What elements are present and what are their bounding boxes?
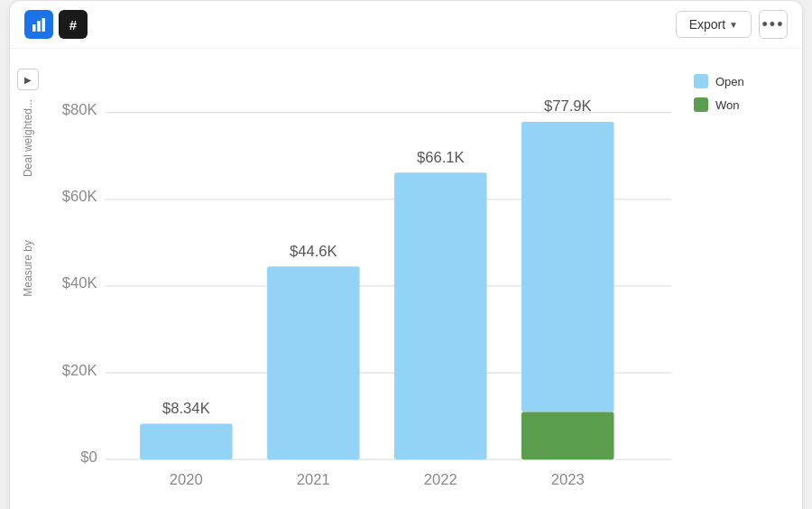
won-swatch <box>694 97 708 112</box>
svg-rect-0 <box>32 24 36 32</box>
won-label: Won <box>715 98 740 112</box>
hash-button[interactable]: # <box>59 10 88 39</box>
body: ▶ Deal weighted... Measure by $0 $20K $4… <box>10 49 802 509</box>
hash-icon: # <box>69 17 77 32</box>
svg-text:$8.34K: $8.34K <box>162 400 210 417</box>
svg-rect-1 <box>37 21 41 32</box>
measure-by-label[interactable]: Measure by <box>22 240 34 297</box>
svg-text:$0: $0 <box>80 449 97 466</box>
deal-weighted-label: Deal weighted... <box>22 99 34 177</box>
svg-text:$80K: $80K <box>62 101 97 118</box>
bar-2023-open[interactable] <box>521 122 614 412</box>
chart-and-legend: $0 $20K $40K $60K $80K <box>46 60 793 509</box>
bar-2022-open[interactable] <box>394 172 487 459</box>
header: # Export ▼ ••• <box>10 1 802 49</box>
export-button[interactable]: Export ▼ <box>676 11 752 38</box>
svg-text:2021: 2021 <box>297 471 330 488</box>
bar-2020-open[interactable] <box>140 423 233 459</box>
svg-text:2020: 2020 <box>170 471 203 488</box>
more-options-button[interactable]: ••• <box>759 10 788 39</box>
svg-text:$20K: $20K <box>62 362 97 379</box>
legend-open: Open <box>694 74 779 88</box>
bar-chart-svg: $0 $20K $40K $60K $80K <box>53 67 678 509</box>
svg-text:2023: 2023 <box>551 471 585 488</box>
collapse-button[interactable]: ▶ <box>17 69 39 90</box>
svg-text:$60K: $60K <box>62 188 97 205</box>
side-labels: ▶ Deal weighted... Measure by <box>10 60 46 509</box>
export-label: Export <box>689 17 725 32</box>
svg-text:$44.6K: $44.6K <box>290 243 337 260</box>
main-card: # Export ▼ ••• ▶ Deal weighted... Measur… <box>9 0 803 509</box>
header-actions: Export ▼ ••• <box>676 10 788 39</box>
chart-container: $0 $20K $40K $60K $80K <box>46 60 685 509</box>
open-label: Open <box>715 75 744 88</box>
svg-text:$66.1K: $66.1K <box>417 149 465 166</box>
chart-area: $0 $20K $40K $60K $80K <box>46 60 802 509</box>
bar-chart-icon <box>32 17 46 32</box>
svg-rect-2 <box>42 18 46 32</box>
header-icons: # <box>24 10 669 39</box>
bar-2021-open[interactable] <box>267 266 360 459</box>
svg-text:$40K: $40K <box>62 274 97 292</box>
svg-text:2022: 2022 <box>424 471 457 488</box>
bar-2023-won[interactable] <box>521 412 614 460</box>
open-swatch <box>694 74 708 88</box>
legend: Open Won <box>685 60 793 509</box>
svg-text:$77.9K: $77.9K <box>544 97 592 115</box>
legend-won: Won <box>694 97 779 112</box>
bar-chart-button[interactable] <box>24 10 53 39</box>
export-chevron-icon: ▼ <box>729 20 738 30</box>
more-icon: ••• <box>762 16 785 32</box>
